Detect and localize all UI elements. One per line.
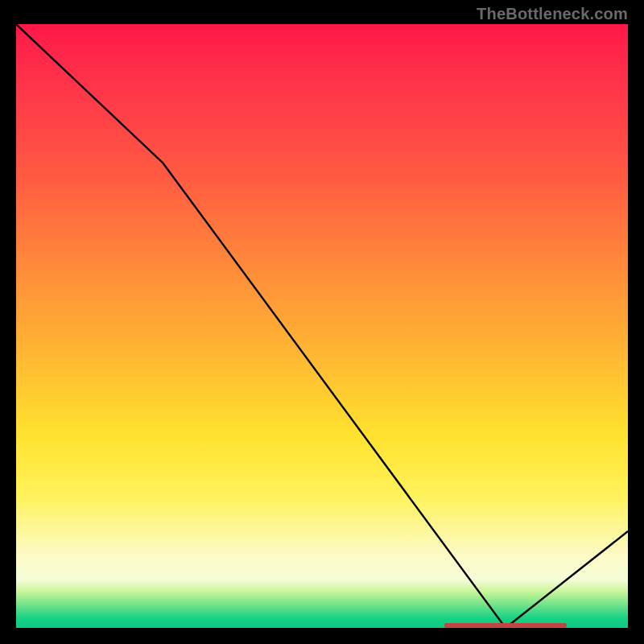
plot-inner [16,24,628,628]
line-series [16,24,628,628]
curve-path [16,24,628,628]
highlight-band [444,623,567,628]
watermark-text: TheBottleneck.com [477,5,628,23]
chart-frame: TheBottleneck.com [0,0,644,644]
plot-area [16,24,628,628]
